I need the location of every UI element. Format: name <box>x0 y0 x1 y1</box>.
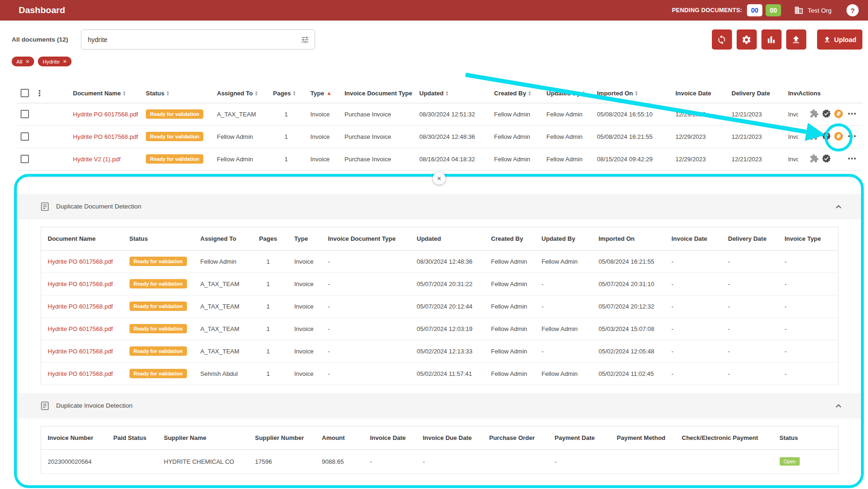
document-name-link[interactable]: Hydrite PO 6017568.pdf <box>48 280 113 288</box>
sort-icon[interactable]: ▴▾ <box>293 90 295 96</box>
document-name-link[interactable]: Hydrite PO 6017568.pdf <box>48 348 113 355</box>
select-all-checkbox[interactable] <box>21 89 29 97</box>
help-button[interactable]: ? <box>846 4 859 16</box>
pending-documents-label: PENDING DOCUMENTS: <box>672 7 742 14</box>
sort-icon[interactable]: ▴▾ <box>167 90 169 96</box>
status-badge: Ready for validation <box>129 257 187 266</box>
document-name-link[interactable]: Hydrite PO 6017568.pdf <box>73 111 138 118</box>
table-row: Hydrite PO 6017568.pdfReady for validati… <box>41 295 839 317</box>
filter-chip-label: Hydrite <box>43 59 59 65</box>
upload-button-label: Upload <box>834 36 856 43</box>
sort-icon[interactable]: ▴▾ <box>446 90 448 96</box>
status-badge: Open <box>780 457 800 466</box>
column-header: Document Name <box>41 227 123 250</box>
sort-icon[interactable]: ▴▾ <box>582 90 585 96</box>
column-header: Check/Electronic Payment <box>675 426 773 449</box>
sort-ascending-icon[interactable]: ▲ <box>326 90 331 96</box>
row-actions: ⋯ <box>798 131 857 142</box>
column-header-imported_on[interactable]: Imported On▴▾ <box>591 84 670 103</box>
remove-chip-icon[interactable]: ✕ <box>26 59 29 64</box>
column-header-type[interactable]: Type▲ <box>305 84 339 103</box>
column-header: Invoice Type <box>778 227 839 250</box>
status-badge: Ready for validation <box>129 369 187 378</box>
status-badge: Ready for validation <box>129 346 187 356</box>
refresh-button[interactable] <box>712 29 732 50</box>
duplicate-invoice-header-row: Invoice NumberPaid StatusSupplier NameSu… <box>41 426 839 449</box>
column-label: Invoice Document Type <box>344 90 412 97</box>
chevron-up-icon[interactable] <box>833 401 844 411</box>
more-actions-icon[interactable]: ⋯ <box>847 131 857 142</box>
row-checkbox[interactable] <box>21 155 29 163</box>
verified-action-icon[interactable] <box>822 109 831 118</box>
column-header: Amount <box>316 426 364 449</box>
column-label: Invoice Date <box>675 90 711 97</box>
puzzle-action-icon[interactable] <box>810 154 819 163</box>
duplicate-action-icon[interactable] <box>834 131 843 141</box>
column-header: Created By <box>485 227 535 250</box>
export-button[interactable] <box>786 29 806 50</box>
puzzle-action-icon[interactable] <box>810 109 819 118</box>
column-label: Status <box>146 90 165 97</box>
select-all-header-cell <box>17 84 33 103</box>
sort-icon[interactable]: ▴▾ <box>255 90 258 96</box>
duplicate-detection-panel: Duplicate Document Detection Document Na… <box>17 177 862 487</box>
column-header-status[interactable]: Status▴▾ <box>140 84 211 103</box>
search-input[interactable] <box>81 29 315 50</box>
filter-chip-label: All <box>16 59 22 65</box>
filter-tune-icon[interactable] <box>301 35 309 44</box>
document-name-link[interactable]: Hydrite PO 6017568.pdf <box>48 258 113 265</box>
column-header: Type <box>288 227 322 250</box>
documents-filter-label[interactable]: All documents (12) <box>12 36 68 43</box>
duplicate-document-section-title: Duplicate Document Detection <box>56 203 141 210</box>
puzzle-action-icon[interactable] <box>810 131 819 141</box>
filter-chip[interactable]: All✕ <box>12 57 34 66</box>
column-label: Assigned To <box>217 90 253 97</box>
document-name-link[interactable]: Hydrite PO 6017568.pdf <box>48 303 113 310</box>
column-header-delivery_date: Delivery Date <box>726 84 782 103</box>
document-name-link[interactable]: Hydrite PO 6017568.pdf <box>48 370 113 377</box>
document-name-link[interactable]: Hydrite PO 6017568.pdf <box>73 133 138 140</box>
table-row: Hydrite PO 6017568.pdfReady for validati… <box>41 317 839 340</box>
column-header-pages[interactable]: Pages▴▾ <box>267 84 305 103</box>
column-header: Supplier Number <box>249 426 316 449</box>
chevron-up-icon[interactable] <box>833 201 844 212</box>
column-header-updated_by[interactable]: Updated By▴▾ <box>541 84 591 103</box>
settings-button[interactable] <box>737 29 757 50</box>
verified-action-icon[interactable] <box>822 154 831 163</box>
pending-count-badge-green[interactable]: 00 <box>766 4 781 16</box>
more-actions-icon[interactable]: ⋯ <box>847 108 857 119</box>
sort-icon[interactable]: ▴▾ <box>123 90 126 96</box>
document-lines-icon <box>40 401 50 411</box>
row-checkbox[interactable] <box>21 132 29 141</box>
toolbar-actions: Upload <box>712 29 862 50</box>
duplicate-document-section-header[interactable]: Duplicate Document Detection <box>17 194 861 219</box>
upload-button[interactable]: Upload <box>817 29 862 50</box>
column-header-invoice_date: Invoice Date <box>670 84 726 103</box>
column-header-created_by[interactable]: Created By▴▾ <box>488 84 541 103</box>
filter-chips-row: All✕Hydrite✕ <box>12 57 868 66</box>
duplicate-action-icon[interactable] <box>834 109 843 118</box>
sort-icon[interactable]: ▴▾ <box>529 90 531 96</box>
kebab-menu-icon[interactable]: ⋮ <box>36 89 43 98</box>
close-panel-button[interactable]: ✕ <box>433 172 445 185</box>
sort-icon[interactable]: ▴▾ <box>635 90 638 96</box>
column-header-name[interactable]: Document Name▴▾ <box>67 84 140 103</box>
analytics-button[interactable] <box>761 29 782 50</box>
row-checkbox[interactable] <box>21 110 29 118</box>
column-header: Updated By <box>535 227 592 250</box>
column-header-assigned[interactable]: Assigned To▴▾ <box>211 84 267 103</box>
document-row: Hydrite PO 6017568.pdfReady for validati… <box>17 125 863 148</box>
verified-action-icon[interactable] <box>822 131 831 141</box>
document-name-link[interactable]: Hydrite V2 (1).pdf <box>73 156 121 163</box>
column-header-updated[interactable]: Updated▴▾ <box>414 84 488 103</box>
pending-count-badge-blue[interactable]: 00 <box>747 4 762 16</box>
documents-table-header-row: ⋮Document Name▴▾Status▴▾Assigned To▴▾Pag… <box>17 84 863 103</box>
duplicate-document-header-row: Document NameStatusAssigned ToPagesTypeI… <box>41 227 839 250</box>
duplicate-invoice-section-header[interactable]: Duplicate Invoice Detection <box>17 393 861 418</box>
document-row: Hydrite V2 (1).pdfReady for validationFe… <box>17 148 863 170</box>
more-actions-icon[interactable]: ⋯ <box>847 153 857 164</box>
remove-chip-icon[interactable]: ✕ <box>63 59 67 64</box>
document-name-link[interactable]: Hydrite PO 6017568.pdf <box>48 325 113 332</box>
filter-chip[interactable]: Hydrite✕ <box>38 57 72 66</box>
column-header: Invoice Date <box>364 426 416 449</box>
